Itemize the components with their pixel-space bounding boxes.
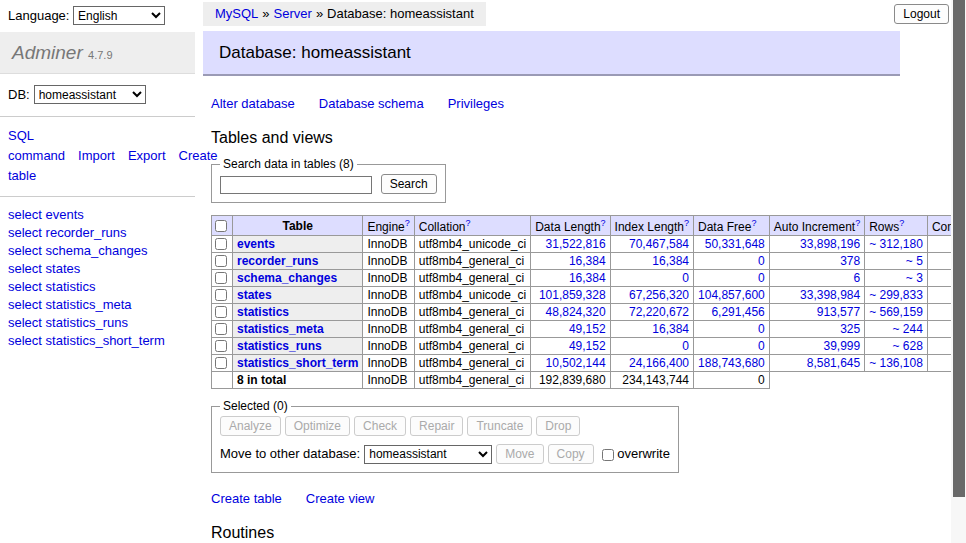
help-link-collation[interactable]: ?: [465, 218, 470, 228]
table-link-recorder-runs[interactable]: recorder_runs: [237, 254, 318, 268]
data-length-link[interactable]: 101,859,328: [539, 288, 606, 302]
help-link-index-length[interactable]: ?: [684, 218, 689, 228]
data-free-link[interactable]: 104,857,600: [698, 288, 765, 302]
sidebar-action-import[interactable]: Import: [78, 148, 115, 163]
logout-button[interactable]: Logout: [894, 4, 949, 24]
analyze-button[interactable]: Analyze: [220, 416, 281, 436]
data-length-link[interactable]: 10,502,144: [546, 356, 606, 370]
rows-link[interactable]: ~ 136,108: [869, 356, 923, 370]
db-select[interactable]: homeassistant: [34, 85, 146, 104]
create-link-create-table[interactable]: Create table: [211, 491, 282, 506]
scrollbar[interactable]: [951, 0, 966, 543]
table-link-statistics[interactable]: statistics: [237, 305, 289, 319]
sidebar-link-select-statistics-short-term[interactable]: select statistics_short_term: [8, 332, 187, 350]
sidebar-action-sql-command[interactable]: SQL command: [8, 128, 65, 163]
copy-button[interactable]: Copy: [548, 444, 594, 464]
row-checkbox-states[interactable]: [215, 289, 227, 301]
sidebar-link-select-events[interactable]: select events: [8, 206, 187, 224]
data-length-link[interactable]: 48,824,320: [546, 305, 606, 319]
rows-link[interactable]: ~ 5: [906, 254, 923, 268]
row-checkbox-recorder-runs[interactable]: [215, 255, 227, 267]
auto-increment-link[interactable]: 378: [840, 254, 860, 268]
search-input[interactable]: [220, 176, 372, 194]
auto-increment-link[interactable]: 8,581,645: [807, 356, 860, 370]
repair-button[interactable]: Repair: [410, 416, 463, 436]
breadcrumb-mysql[interactable]: MySQL: [215, 6, 258, 21]
help-link-data-free[interactable]: ?: [751, 218, 756, 228]
db-link-database-schema[interactable]: Database schema: [319, 96, 424, 111]
sidebar-link-select-recorder-runs[interactable]: select recorder_runs: [8, 224, 187, 242]
help-link-rows[interactable]: ?: [899, 218, 904, 228]
db-link-privileges[interactable]: Privileges: [448, 96, 504, 111]
auto-increment-link[interactable]: 6: [853, 271, 860, 285]
auto-increment-link[interactable]: 39,999: [823, 339, 860, 353]
index-length-link[interactable]: 67,256,320: [629, 288, 689, 302]
rows-link[interactable]: ~ 244: [893, 322, 923, 336]
sidebar-link-select-schema-changes[interactable]: select schema_changes: [8, 242, 187, 260]
sidebar-link-select-statistics-runs[interactable]: select statistics_runs: [8, 314, 187, 332]
select-all-checkbox[interactable]: [215, 220, 227, 232]
drop-button[interactable]: Drop: [536, 416, 580, 436]
auto-increment-link[interactable]: 325: [840, 322, 860, 336]
index-length-link[interactable]: 16,384: [652, 322, 689, 336]
overwrite-checkbox[interactable]: [602, 449, 614, 461]
move-db-select[interactable]: homeassistant: [364, 445, 492, 464]
row-checkbox-statistics[interactable]: [215, 306, 227, 318]
data-free-link[interactable]: 0: [758, 271, 765, 285]
auto-increment-link[interactable]: 913,577: [817, 305, 860, 319]
auto-increment-link[interactable]: 33,398,984: [800, 288, 860, 302]
data-free-link[interactable]: 0: [758, 339, 765, 353]
table-link-schema-changes[interactable]: schema_changes: [237, 271, 337, 285]
sidebar-link-select-statistics-meta[interactable]: select statistics_meta: [8, 296, 187, 314]
data-length-link[interactable]: 31,522,816: [546, 237, 606, 251]
table-link-events[interactable]: events: [237, 237, 275, 251]
index-length-link[interactable]: 72,220,672: [629, 305, 689, 319]
rows-link[interactable]: ~ 628: [893, 339, 923, 353]
table-link-states[interactable]: states: [237, 288, 272, 302]
help-link-data-length[interactable]: ?: [601, 218, 606, 228]
check-button[interactable]: Check: [354, 416, 406, 436]
row-checkbox-statistics-short-term[interactable]: [215, 357, 227, 369]
data-free-link[interactable]: 0: [758, 254, 765, 268]
sidebar-link-select-statistics[interactable]: select statistics: [8, 278, 187, 296]
language-select[interactable]: English: [73, 6, 165, 25]
data-free-link[interactable]: 188,743,680: [698, 356, 765, 370]
data-free-link[interactable]: 50,331,648: [705, 237, 765, 251]
optimize-button[interactable]: Optimize: [285, 416, 350, 436]
index-length-link[interactable]: 70,467,584: [629, 237, 689, 251]
help-link-engine[interactable]: ?: [405, 218, 410, 228]
search-button[interactable]: Search: [381, 174, 437, 194]
data-free-link[interactable]: 6,291,456: [711, 305, 764, 319]
index-length-link[interactable]: 0: [682, 339, 689, 353]
data-length-link[interactable]: 49,152: [569, 322, 606, 336]
rows-link[interactable]: ~ 299,833: [869, 288, 923, 302]
help-link-auto-increment[interactable]: ?: [855, 218, 860, 228]
table-link-statistics-runs[interactable]: statistics_runs: [237, 339, 322, 353]
data-length-link[interactable]: 16,384: [569, 271, 606, 285]
rows-link[interactable]: ~ 3: [906, 271, 923, 285]
rows-link[interactable]: ~ 569,159: [869, 305, 923, 319]
breadcrumb-server[interactable]: Server: [274, 6, 312, 21]
truncate-button[interactable]: Truncate: [467, 416, 532, 436]
data-free-link[interactable]: 0: [758, 322, 765, 336]
index-length-link[interactable]: 0: [682, 271, 689, 285]
row-checkbox-schema-changes[interactable]: [215, 272, 227, 284]
auto-increment-link[interactable]: 33,898,196: [800, 237, 860, 251]
row-checkbox-events[interactable]: [215, 238, 227, 250]
table-link-statistics-meta[interactable]: statistics_meta: [237, 322, 324, 336]
create-link-create-view[interactable]: Create view: [306, 491, 375, 506]
data-length-link[interactable]: 49,152: [569, 339, 606, 353]
row-checkbox-statistics-meta[interactable]: [215, 323, 227, 335]
data-length-link[interactable]: 16,384: [569, 254, 606, 268]
row-checkbox-statistics-runs[interactable]: [215, 340, 227, 352]
db-link-alter-database[interactable]: Alter database: [211, 96, 295, 111]
index-length-link[interactable]: 24,166,400: [629, 356, 689, 370]
index-length-link[interactable]: 16,384: [652, 254, 689, 268]
adminer-logo[interactable]: Adminer 4.7.9: [0, 32, 195, 74]
move-button[interactable]: Move: [496, 444, 543, 464]
rows-link[interactable]: ~ 312,180: [869, 237, 923, 251]
scrollbar-thumb[interactable]: [953, 0, 965, 497]
sidebar-action-export[interactable]: Export: [128, 148, 166, 163]
table-link-statistics-short-term[interactable]: statistics_short_term: [237, 356, 358, 370]
sidebar-link-select-states[interactable]: select states: [8, 260, 187, 278]
